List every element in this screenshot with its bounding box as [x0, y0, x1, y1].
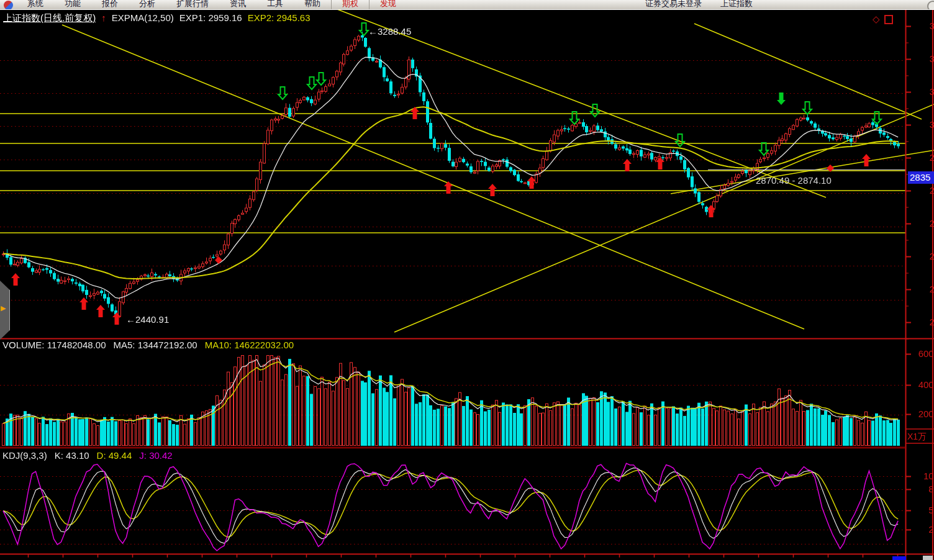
menu-bar-items: 系统功能报价分析扩展行情资讯工具帮助期权发现: [17, 0, 407, 9]
menu-item-discover[interactable]: 发现: [369, 0, 407, 9]
restore-window-icon[interactable]: [884, 15, 893, 24]
volume-ma10-value: MA10: 146222032.00: [205, 340, 294, 350]
volume-axis-label: 4000: [902, 379, 934, 390]
current-symbol-label[interactable]: 上证指数: [720, 0, 753, 9]
kdj-header: KDJ(9,3,3) K: 43.10 D: 49.44 J: 30.42: [2, 450, 173, 461]
menu-item-options[interactable]: 期权: [331, 0, 369, 9]
buy-signal-arrow-icon: ↑: [101, 12, 106, 23]
kdj-k-value: K: 43.10: [55, 450, 89, 461]
menu-item-help[interactable]: 帮助: [294, 0, 331, 9]
volume-header: VOLUME: 117482048.00 MA5: 134472192.00 M…: [2, 340, 294, 350]
menu-item-analysis[interactable]: 分析: [129, 0, 166, 9]
exp2-value: EXP2: 2945.63: [248, 12, 311, 23]
menu-item-news[interactable]: 资讯: [219, 0, 256, 9]
main-axis-label: 3300.00: [926, 20, 934, 31]
kdj-axis-label: 50: [902, 505, 934, 515]
scrollbar-thumb[interactable]: [892, 556, 906, 560]
window-controls: ◇: [873, 14, 893, 25]
menu-bar: 系统功能报价分析扩展行情资讯工具帮助期权发现 证券交易未登录 上证指数: [0, 0, 934, 10]
diamond-icon[interactable]: ◇: [873, 14, 880, 25]
chart-title[interactable]: 上证指数(日线.前复权): [3, 12, 96, 24]
chart-canvas[interactable]: [0, 0, 934, 560]
main-axis-label: 2500.00: [926, 284, 934, 294]
main-axis-label: 2900.00: [926, 152, 934, 163]
last-price-badge: 2835: [908, 171, 934, 184]
sidebar-collapse-handle[interactable]: ▶: [0, 281, 10, 340]
menu-circle-icon[interactable]: [927, 1, 934, 10]
chart-header: 上证指数(日线.前复权) ↑ EXPMA(12,50) EXP1: 2959.1…: [3, 12, 311, 24]
volume-ma5-value: MA5: 134472192.00: [114, 340, 197, 350]
left-arrow-icon: ←: [368, 26, 378, 37]
volume-value: VOLUME: 117482048.00: [2, 340, 106, 350]
kdj-j-value: J: 30.42: [139, 450, 172, 461]
menu-item-system[interactable]: 系统: [17, 0, 54, 9]
volume-axis-label: 2000: [902, 409, 934, 419]
main-axis-label: 2700.00: [926, 218, 934, 228]
main-axis-label: 2600.00: [926, 251, 934, 261]
scrollbar-corner: [923, 556, 933, 560]
volume-axis-label: 6000: [902, 348, 934, 359]
volume-axis-unit: X1万: [907, 431, 927, 443]
kdj-axis-label: 20: [902, 524, 934, 535]
main-axis-label: 3000.00: [926, 119, 934, 130]
main-axis-label: 3100.00: [926, 86, 934, 97]
kdj-axis-label: 100: [902, 471, 934, 481]
screen: 系统功能报价分析扩展行情资讯工具帮助期权发现 证券交易未登录 上证指数 上证指数…: [0, 0, 934, 560]
exp1-value: EXP1: 2959.16: [179, 12, 242, 23]
main-axis-label: 2400.00: [926, 317, 934, 327]
app-logo-icon: [4, 1, 13, 10]
menu-item-ext-quotes[interactable]: 扩展行情: [166, 0, 219, 9]
login-status: 证券交易未登录: [645, 0, 702, 9]
expand-arrow-icon: ▶: [1, 304, 6, 312]
menu-item-function[interactable]: 功能: [54, 0, 91, 9]
main-axis-label: 3200.00: [926, 53, 934, 64]
peak-price-label: ←3288.45: [368, 26, 411, 37]
menu-item-quote[interactable]: 报价: [91, 0, 129, 9]
kdj-axis-label: 80: [902, 484, 934, 494]
kdj-name: KDJ(9,3,3): [2, 450, 47, 461]
trough-price-label: ←2440.91: [126, 314, 169, 325]
menu-item-tools[interactable]: 工具: [256, 0, 294, 9]
gap-price-label: 2870.49 - 2874.10: [756, 175, 832, 186]
expma-label: EXPMA(12,50): [112, 12, 174, 23]
main-axis-label: 2800.00: [926, 185, 934, 196]
kdj-d-value: D: 49.44: [97, 450, 132, 461]
